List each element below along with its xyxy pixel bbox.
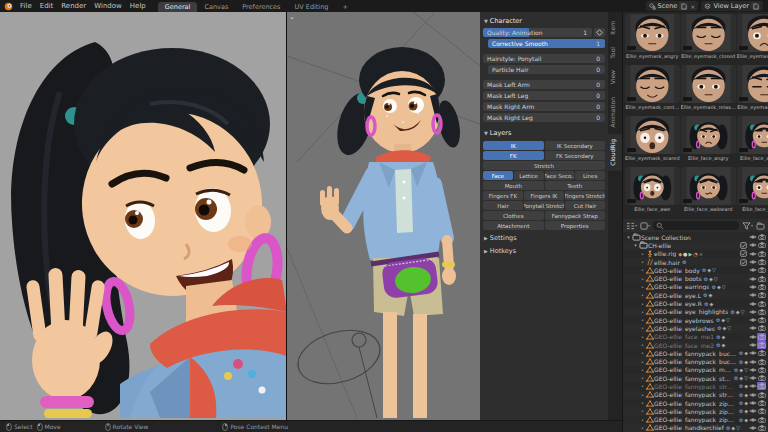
outliner-search-input[interactable] — [653, 221, 739, 230]
sidebar-tab-view[interactable]: View — [608, 65, 622, 89]
hide-viewport-eye-icon[interactable] — [748, 424, 757, 432]
render-preview-panel[interactable] — [0, 12, 287, 420]
menu-file[interactable]: File — [16, 2, 36, 10]
outliner-row[interactable]: •GEO-ellie_handkerchief⚙◈▽ — [623, 424, 768, 432]
outliner-row[interactable]: •GEO-ellie_face_me2⚙◈ — [623, 341, 768, 349]
layer-button-ponytail-stretch[interactable]: Ponytail Stretch — [524, 201, 564, 210]
character-panel-header[interactable]: ▼ Character — [483, 15, 605, 28]
workspace-tab-uv-editing[interactable]: UV Editing — [288, 2, 336, 12]
unlink-scene-button[interactable]: × — [690, 3, 695, 10]
hide-viewport-eye-icon[interactable] — [748, 233, 757, 241]
layer-button-teeth[interactable]: Teeth — [545, 181, 606, 190]
layer-button-face[interactable]: Face — [483, 171, 513, 180]
disable-render-camera-icon[interactable] — [757, 333, 766, 341]
display-mode-icon[interactable]: ▾ — [640, 222, 650, 230]
layer-button-lattice[interactable]: Lattice — [514, 171, 544, 180]
disable-render-camera-icon[interactable] — [757, 316, 766, 324]
layer-button-mouth[interactable]: Mouth — [483, 181, 544, 190]
outliner-row[interactable]: ▾CH-ellie — [623, 241, 768, 249]
menu-edit[interactable]: Edit — [36, 2, 58, 10]
disable-render-camera-icon[interactable] — [757, 391, 766, 399]
exclude-checkbox-icon[interactable] — [739, 258, 748, 266]
layer-button-ik-secondary[interactable]: IK Secondary — [545, 141, 606, 150]
disable-render-camera-icon[interactable] — [757, 399, 766, 407]
sidebar-tab-item[interactable]: Item — [608, 16, 622, 40]
workspace-tab--[interactable]: + — [335, 2, 354, 12]
layer-button-stretch[interactable]: Stretch — [483, 161, 605, 170]
property-quality-animation[interactable]: Quality: Animation1 — [483, 28, 592, 37]
outliner-row[interactable]: •GEO-ellie_fannypack_buckle_out⚙◈ — [623, 349, 768, 357]
hide-viewport-eye-icon[interactable] — [748, 275, 757, 283]
outliner-row[interactable]: •GEO-ellie_face_me1⚙◈ — [623, 333, 768, 341]
hide-viewport-eye-icon[interactable] — [748, 407, 757, 415]
outliner-row[interactable]: •ellie.hair⚙ — [623, 258, 768, 266]
exclude-checkbox-icon[interactable] — [739, 250, 748, 258]
disable-render-camera-icon[interactable] — [757, 241, 766, 249]
disable-render-camera-icon[interactable] — [757, 308, 766, 316]
workspace-tab-preferences[interactable]: Preferences — [235, 2, 287, 12]
layer-button-fingers-fk[interactable]: Fingers FK — [483, 191, 523, 200]
outliner-row[interactable]: ▾Scene Collection — [623, 233, 768, 241]
new-scene-button[interactable] — [679, 2, 688, 10]
outliner-row[interactable]: •GEO-ellie_fannypack_main⚙◈▽ — [623, 366, 768, 374]
menu-window[interactable]: Window — [90, 2, 126, 10]
asset-item[interactable]: Ellie_face_awkward — [681, 167, 736, 217]
asset-item[interactable]: Ellie_eyemask_closed — [681, 14, 736, 64]
asset-item[interactable]: Ellie_eyemask_conc... — [737, 14, 768, 64]
hide-viewport-eye-icon[interactable] — [748, 333, 757, 341]
filter-icon[interactable]: ▾ — [742, 222, 753, 230]
layer-button-fk[interactable]: FK — [483, 151, 544, 160]
disable-render-camera-icon[interactable] — [757, 416, 766, 424]
outliner-row[interactable]: •GEO-ellie_eyebrows⚙◈▽ — [623, 316, 768, 324]
expand-icon[interactable]: ▾ — [632, 242, 639, 248]
layer-button-fannypack-strap[interactable]: Fannypack Strap — [545, 211, 606, 220]
disable-render-camera-icon[interactable] — [757, 341, 766, 349]
disable-render-camera-icon[interactable] — [757, 283, 766, 291]
property-mask-left-leg[interactable]: Mask Left Leg0 — [483, 91, 605, 100]
hide-viewport-eye-icon[interactable] — [748, 416, 757, 424]
layer-button-fingers-ik[interactable]: Fingers IK — [524, 191, 564, 200]
outliner-row[interactable]: •GEO-ellie_fannypack_strap_end⚙◈ — [623, 382, 768, 390]
property-corrective-smooth[interactable]: Corrective Smooth1 — [488, 39, 605, 48]
workspace-tab-general[interactable]: General — [158, 2, 198, 12]
disable-render-camera-icon[interactable] — [757, 275, 766, 283]
keyframe-icon[interactable] — [594, 28, 605, 37]
outliner-row[interactable]: •GEO-ellie_fannypack_zipper_pull⚙◈ — [623, 399, 768, 407]
outliner-row[interactable]: •GEO-ellie_fannypack_zipper_stop⚙◈ — [623, 407, 768, 415]
disable-render-camera-icon[interactable] — [757, 366, 766, 374]
asset-item[interactable]: Ellie_face_annoyed — [737, 116, 768, 166]
asset-item[interactable]: Ellie_face_angry — [681, 116, 736, 166]
asset-item[interactable]: Ellie_face_default — [737, 167, 768, 217]
disable-render-camera-icon[interactable] — [757, 407, 766, 415]
blender-logo-icon[interactable] — [3, 2, 14, 11]
hide-viewport-eye-icon[interactable] — [748, 291, 757, 299]
hide-viewport-eye-icon[interactable] — [748, 366, 757, 374]
property-mask-right-arm[interactable]: Mask Right Arm0 — [483, 102, 605, 111]
exclude-checkbox-icon[interactable] — [739, 241, 748, 249]
property-hairstyle-ponytail[interactable]: Hairstyle: Ponytail0 — [483, 54, 605, 63]
asset-item[interactable]: Ellie_eyemask_angry — [625, 14, 680, 64]
hide-viewport-eye-icon[interactable] — [748, 349, 757, 357]
view-layer-selector[interactable]: View Layer — [701, 1, 763, 11]
panel-header-settings[interactable]: ▶Settings — [483, 230, 605, 243]
expand-icon[interactable]: ▾ — [625, 234, 632, 240]
hide-viewport-eye-icon[interactable] — [748, 341, 757, 349]
scene-selector[interactable]: Scene × — [646, 1, 699, 11]
layer-button-fk-secondary[interactable]: FK Secondary — [545, 151, 606, 160]
layer-button-ik[interactable]: IK — [483, 141, 544, 150]
hide-viewport-eye-icon[interactable] — [748, 358, 757, 366]
disable-render-camera-icon[interactable] — [757, 266, 766, 274]
layer-button-lines[interactable]: Lines — [575, 171, 605, 180]
menu-help[interactable]: Help — [126, 2, 150, 10]
viewport-3d[interactable]: ⌄ — [287, 12, 480, 420]
layer-button-properties[interactable]: Properties — [545, 221, 606, 230]
disable-render-camera-icon[interactable] — [757, 382, 766, 390]
asset-item[interactable]: Ellie_eyemask_cont... — [625, 65, 680, 115]
asset-item[interactable]: Ellie_eyemask_squint — [737, 65, 768, 115]
hide-viewport-eye-icon[interactable] — [748, 382, 757, 390]
layer-button-attachment[interactable]: Attachment — [483, 221, 544, 230]
new-view-layer-button[interactable] — [751, 2, 760, 10]
asset-item[interactable]: Ellie_face_awe — [625, 167, 680, 217]
hide-viewport-eye-icon[interactable] — [748, 308, 757, 316]
disable-render-camera-icon[interactable] — [757, 424, 766, 432]
